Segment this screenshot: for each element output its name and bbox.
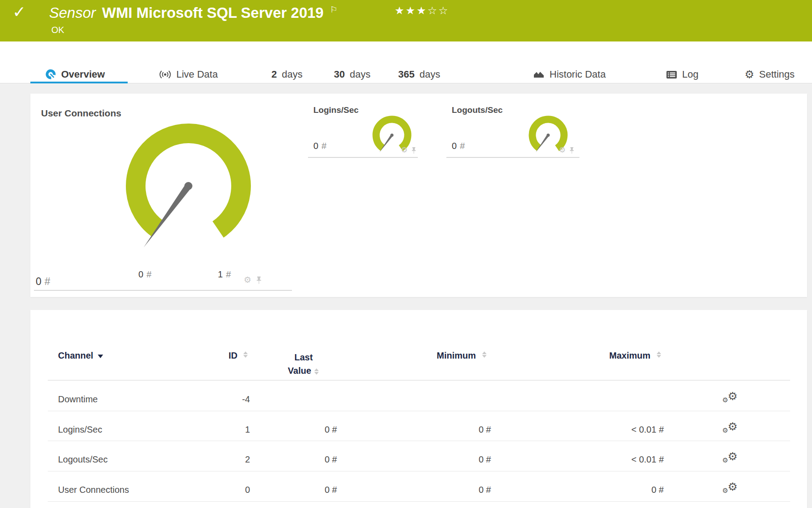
tab-2-days-label: days: [282, 69, 302, 80]
sort-arrows-icon[interactable]: [314, 368, 319, 375]
area-chart-icon: [533, 70, 545, 79]
channel-name: Logins/Sec: [58, 425, 102, 435]
main-gauge-scale-min: 0#: [138, 269, 151, 280]
logins-gauge-pin-icon[interactable]: [411, 147, 416, 154]
tab-2-days-number: 2: [271, 69, 277, 80]
logouts-gauge-underline: [446, 157, 579, 158]
channel-table-panel: [30, 310, 807, 508]
row-divider: [48, 441, 790, 441]
sensor-title-row: Sensor WMI Microsoft SQL Server 2019 ⚐: [49, 4, 337, 21]
sensor-status-text: OK: [51, 25, 64, 35]
channel-settings-gears-icon[interactable]: ⚙⚙: [722, 482, 740, 497]
priority-flag-icon[interactable]: ⚐: [330, 4, 337, 14]
channel-last-value: 0 #: [266, 454, 337, 465]
column-header-maximum[interactable]: Maximum: [594, 351, 650, 361]
main-gauge-value: 0#: [36, 276, 50, 288]
logins-gauge: [365, 114, 419, 157]
tab-log[interactable]: Log: [666, 65, 699, 84]
sort-caret-down-icon: [98, 355, 103, 358]
main-gauge-underline: [34, 290, 292, 291]
status-ok-check-icon: ✓: [12, 3, 26, 21]
channel-minimum: 0 #: [420, 425, 491, 435]
column-header-last-value[interactable]: Last Value: [268, 351, 339, 377]
channel-settings-gears-icon[interactable]: ⚙⚙: [722, 452, 740, 467]
logouts-gauge-settings-gear-icon[interactable]: ⚙: [559, 146, 566, 154]
row-divider: [48, 471, 790, 471]
sort-arrows-icon[interactable]: [657, 351, 662, 358]
channel-minimum: 0 #: [420, 454, 491, 465]
sensor-type-label: Sensor: [49, 4, 96, 21]
tab-historic-data-label: Historic Data: [550, 69, 606, 80]
channel-name: Downtime: [58, 394, 98, 405]
tab-30-days[interactable]: 30 days: [334, 65, 371, 84]
logouts-gauge: [521, 114, 575, 157]
tab-365-days-label: days: [420, 69, 440, 80]
logins-gauge-title: Logins/Sec: [313, 105, 358, 115]
logins-gauge-value: 0#: [313, 141, 326, 151]
channel-id: 0: [196, 485, 250, 495]
channel-id: 1: [196, 425, 250, 435]
tab-30-days-label: days: [350, 69, 370, 80]
priority-star-rating[interactable]: ★★★☆☆: [395, 4, 450, 17]
sort-arrows-icon[interactable]: [482, 351, 487, 358]
channel-name: Logouts/Sec: [58, 454, 108, 465]
row-divider: [48, 501, 790, 502]
table-header-divider: [48, 380, 790, 380]
channel-maximum: < 0.01 #: [583, 454, 664, 465]
column-header-minimum[interactable]: Minimum: [415, 351, 476, 361]
logins-gauge-settings-gear-icon[interactable]: ⚙: [401, 146, 408, 154]
channel-id: 2: [196, 454, 250, 465]
logouts-gauge-value: 0#: [452, 141, 465, 151]
gauge-icon: [46, 69, 56, 80]
tab-overview-label: Overview: [61, 69, 105, 80]
logins-gauge-underline: [308, 157, 418, 158]
tab-30-days-number: 30: [334, 69, 345, 80]
channel-maximum: < 0.01 #: [583, 425, 664, 435]
channel-minimum: 0 #: [420, 485, 491, 495]
gear-icon: ⚙: [745, 69, 754, 80]
sort-arrows-icon[interactable]: [243, 351, 248, 358]
user-connections-gauge: [121, 93, 259, 254]
column-header-id[interactable]: ID: [196, 351, 237, 361]
channel-name: User Connections: [58, 485, 129, 495]
tab-live-data-label: Live Data: [176, 69, 218, 80]
row-divider: [48, 411, 790, 411]
tab-historic-data[interactable]: Historic Data: [533, 65, 606, 84]
log-list-icon: [666, 70, 677, 79]
tab-settings[interactable]: ⚙ Settings: [745, 65, 795, 84]
logouts-gauge-pin-icon[interactable]: [569, 147, 575, 154]
channel-last-value: 0 #: [266, 425, 337, 435]
broadcast-icon: [159, 70, 171, 79]
main-gauge-pin-icon[interactable]: [256, 277, 262, 284]
channel-settings-gears-icon[interactable]: ⚙⚙: [722, 392, 740, 407]
tab-live-data[interactable]: Live Data: [159, 65, 218, 84]
tab-365-days-number: 365: [398, 69, 415, 80]
column-header-channel[interactable]: Channel: [58, 351, 103, 361]
channel-id: -4: [196, 394, 250, 405]
tab-overview[interactable]: Overview: [46, 65, 105, 84]
sensor-name: WMI Microsoft SQL Server 2019: [102, 4, 324, 21]
sensor-header-bar: ✓ Sensor WMI Microsoft SQL Server 2019 ⚐…: [0, 0, 812, 41]
main-gauge-title: User Connections: [41, 108, 121, 119]
tab-2-days[interactable]: 2 days: [271, 65, 303, 84]
channel-last-value: 0 #: [266, 485, 337, 495]
main-gauge-scale-max: 1#: [218, 269, 231, 280]
main-gauge-settings-gear-icon[interactable]: ⚙: [244, 276, 251, 284]
channel-settings-gears-icon[interactable]: ⚙⚙: [722, 422, 740, 437]
channel-maximum: 0 #: [583, 485, 664, 495]
tab-settings-label: Settings: [759, 69, 795, 80]
tab-log-label: Log: [682, 69, 699, 80]
tab-365-days[interactable]: 365 days: [398, 65, 440, 84]
logouts-gauge-title: Logouts/Sec: [452, 105, 503, 115]
